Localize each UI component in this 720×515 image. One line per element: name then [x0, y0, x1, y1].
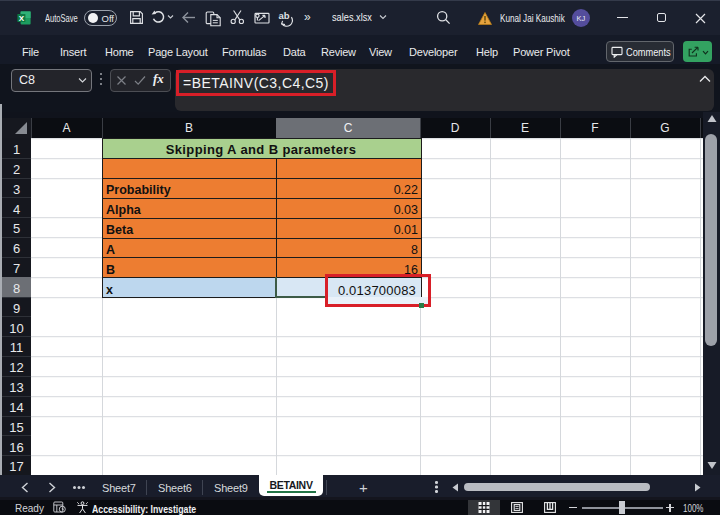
svg-text:X: X [19, 14, 25, 23]
svg-text:ab: ab [279, 10, 290, 21]
